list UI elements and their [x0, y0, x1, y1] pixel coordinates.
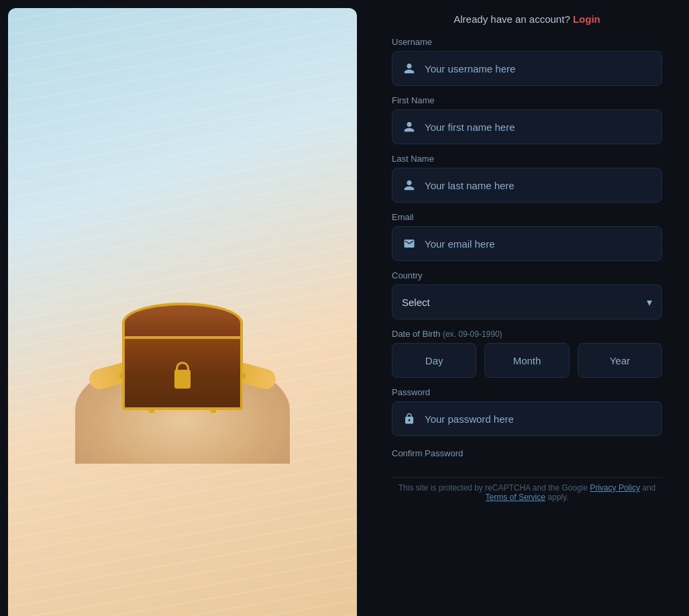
lastname-label: Last Name: [392, 154, 662, 164]
username-input-wrapper: [392, 51, 662, 86]
password-input[interactable]: [425, 413, 652, 425]
user-icon: [402, 62, 417, 74]
privacy-policy-link[interactable]: Privacy Policy: [590, 483, 640, 493]
password-label: Password: [392, 387, 662, 397]
footer-and-text: and: [642, 483, 655, 493]
dob-hint: (ex. 09-09-1990): [443, 329, 502, 339]
dob-row: [392, 343, 662, 378]
account-prompt: Already have an account? Login: [392, 13, 662, 25]
username-group: Username: [392, 37, 662, 86]
dob-day-wrapper: [392, 343, 476, 378]
dob-month-wrapper: [484, 343, 569, 378]
footer-apply-text: apply.: [547, 493, 568, 502]
email-input[interactable]: [425, 238, 652, 250]
email-input-wrapper: [392, 226, 662, 261]
username-input[interactable]: [425, 63, 652, 74]
dob-label-text: Date of Birth: [392, 329, 440, 339]
email-icon: [402, 238, 417, 250]
chest-lock: [174, 370, 191, 389]
login-link[interactable]: Login: [573, 13, 600, 25]
chevron-down-icon: ▾: [647, 296, 652, 309]
left-panel: [8, 8, 357, 616]
dob-year-wrapper: [578, 343, 662, 378]
treasure-chest-illustration: [89, 236, 276, 450]
account-prompt-text: Already have an account?: [454, 13, 570, 25]
country-select[interactable]: Select United States United Kingdom Cana…: [402, 297, 647, 308]
lastname-group: Last Name: [392, 154, 662, 203]
firstname-input[interactable]: [425, 121, 652, 133]
username-label: Username: [392, 37, 662, 47]
country-label: Country: [392, 270, 662, 280]
user-icon-lastname: [402, 179, 417, 191]
password-group: Password: [392, 387, 662, 436]
dob-day-input[interactable]: [402, 355, 466, 366]
password-input-wrapper: [392, 401, 662, 436]
user-icon-firstname: [402, 121, 417, 133]
dob-label: Date of Birth (ex. 09-09-1990): [392, 329, 662, 339]
country-select-wrapper: Select United States United Kingdom Cana…: [392, 285, 662, 319]
dob-year-input[interactable]: [588, 355, 652, 366]
firstname-label: First Name: [392, 95, 662, 105]
lastname-input-wrapper: [392, 168, 662, 203]
footer-text: This site is protected by reCAPTCHA and …: [399, 483, 588, 493]
dob-group: Date of Birth (ex. 09-09-1990): [392, 329, 662, 378]
tos-link[interactable]: Terms of Service: [486, 493, 545, 502]
lock-icon: [402, 413, 417, 425]
email-label: Email: [392, 212, 662, 222]
dob-month-input[interactable]: [494, 355, 559, 366]
email-group: Email: [392, 212, 662, 261]
confirm-password-label: Confirm Password: [392, 448, 662, 458]
country-group: Country Select United States United King…: [392, 270, 662, 319]
footer: This site is protected by reCAPTCHA and …: [392, 477, 662, 502]
firstname-group: First Name: [392, 95, 662, 144]
confirm-password-group: Confirm Password: [392, 446, 662, 458]
right-panel: Already have an account? Login Username …: [365, 0, 689, 616]
lastname-input[interactable]: [425, 180, 652, 191]
firstname-input-wrapper: [392, 109, 662, 144]
